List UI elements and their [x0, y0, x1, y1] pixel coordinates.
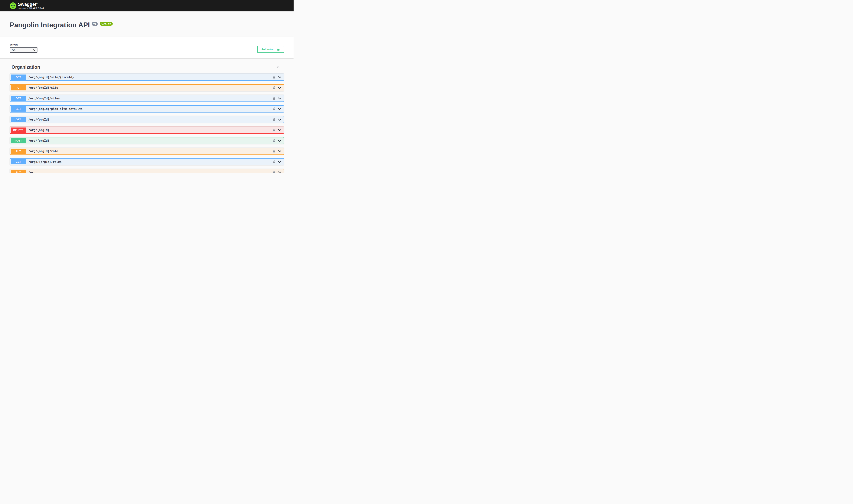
expand-button[interactable]: [278, 150, 282, 152]
unlock-icon: [273, 149, 276, 153]
method-badge: PUT: [11, 85, 26, 90]
authorize-button[interactable]: Authorize: [257, 46, 284, 53]
endpoint-path[interactable]: /org/{orgId}: [29, 139, 50, 143]
endpoint-path[interactable]: /org/{orgId}: [29, 128, 50, 132]
chevron-down-icon: [278, 171, 282, 173]
expand-button[interactable]: [278, 119, 282, 121]
chevron-down-icon: [278, 119, 282, 121]
endpoint-summary[interactable]: GET /org/{orgId}/site/{niceId}: [10, 74, 284, 80]
scheme-container: Servers /v1 Authorize: [0, 37, 294, 58]
endpoint-summary[interactable]: DELETE /org/{orgId}: [10, 127, 284, 133]
method-badge: PUT: [11, 170, 26, 173]
expand-button[interactable]: [278, 97, 282, 100]
unlock-icon: [273, 107, 276, 111]
endpoint-row[interactable]: POST /org/{orgId}: [10, 137, 284, 144]
trademark: ™: [37, 3, 38, 4]
endpoint-row[interactable]: PUT /org: [10, 169, 284, 173]
swagger-logo-link[interactable]: Swagger™ Supported by SMARTBEAR: [10, 2, 45, 10]
api-title-text: Pangolin Integration API: [10, 21, 90, 29]
version-badge: v1: [92, 22, 98, 26]
expand-button[interactable]: [278, 108, 282, 110]
collapse-section-button[interactable]: [276, 66, 280, 69]
endpoint-path[interactable]: /org/{orgId}/role: [29, 149, 58, 153]
endpoint-list: GET /org/{orgId}/site/{niceId} PUT /org: [10, 74, 284, 173]
unlock-icon: [273, 160, 276, 164]
auth-lock-button[interactable]: [273, 86, 276, 90]
method-badge: GET: [11, 117, 26, 122]
unlock-icon: [273, 139, 276, 143]
endpoint-summary[interactable]: GET /orgs/{orgId}/roles: [10, 159, 284, 165]
method-badge: DELETE: [11, 127, 26, 133]
smartbear-label: SMARTBEAR: [29, 7, 45, 10]
page-title: Pangolin Integration API v1 OAS 3.0: [10, 21, 284, 29]
swagger-logo-icon: [10, 2, 16, 9]
supported-by-label: Supported by: [18, 7, 28, 10]
brand-name: Swagger™: [18, 2, 45, 6]
oas-badge: OAS 3.0: [99, 22, 113, 26]
endpoint-summary[interactable]: GET /org/{orgId}: [10, 116, 284, 123]
endpoint-path[interactable]: /org/{orgId}/site: [29, 86, 58, 90]
endpoint-row[interactable]: GET /org/{orgId}/sites: [10, 95, 284, 102]
section-organization-header[interactable]: Organization: [10, 63, 284, 72]
expand-button[interactable]: [278, 76, 282, 78]
auth-lock-button[interactable]: [273, 160, 276, 164]
endpoint-summary[interactable]: POST /org/{orgId}: [10, 138, 284, 144]
endpoint-path[interactable]: /org: [29, 170, 35, 173]
endpoint-summary[interactable]: GET /org/{orgId}/pick-site-defaults: [10, 106, 284, 112]
chevron-down-icon: [278, 87, 282, 89]
servers-label: Servers: [10, 43, 37, 46]
servers-group: Servers /v1: [10, 43, 37, 53]
endpoint-summary[interactable]: PUT /org: [10, 169, 284, 173]
unlock-icon: [273, 86, 276, 90]
endpoint-path[interactable]: /org/{orgId}/site/{niceId}: [29, 75, 74, 79]
endpoint-row[interactable]: GET /org/{orgId}/pick-site-defaults: [10, 105, 284, 112]
expand-button[interactable]: [278, 161, 282, 163]
endpoint-path[interactable]: /org/{orgId}/sites: [29, 96, 60, 100]
unlock-icon: [277, 47, 280, 51]
auth-lock-button[interactable]: [273, 149, 276, 153]
chevron-down-icon: [278, 76, 282, 78]
unlock-icon: [273, 96, 276, 100]
endpoint-row[interactable]: GET /org/{orgId}: [10, 116, 284, 123]
chevron-down-icon: [278, 150, 282, 152]
unlock-icon: [273, 170, 276, 173]
endpoint-path[interactable]: /org/{orgId}/pick-site-defaults: [29, 107, 83, 111]
method-badge: POST: [11, 138, 26, 143]
expand-button[interactable]: [278, 171, 282, 173]
topbar: Swagger™ Supported by SMARTBEAR: [0, 0, 294, 12]
unlock-icon: [273, 128, 276, 132]
method-badge: GET: [11, 96, 26, 101]
endpoint-row[interactable]: PUT /org/{orgId}/site: [10, 84, 284, 91]
auth-lock-button[interactable]: [273, 96, 276, 100]
servers-select[interactable]: /v1: [10, 47, 37, 53]
auth-lock-button[interactable]: [273, 107, 276, 111]
expand-button[interactable]: [278, 87, 282, 89]
chevron-down-icon: [278, 129, 282, 131]
chevron-down-icon: [278, 108, 282, 110]
chevron-down-icon: [278, 161, 282, 163]
auth-lock-button[interactable]: [273, 118, 276, 121]
auth-lock-button[interactable]: [273, 170, 276, 173]
endpoint-path[interactable]: /org/{orgId}: [29, 118, 50, 121]
section-title: Organization: [12, 65, 40, 70]
chevron-down-icon: [278, 140, 282, 142]
method-badge: GET: [11, 159, 26, 164]
endpoint-row[interactable]: GET /org/{orgId}/site/{niceId}: [10, 74, 284, 81]
endpoint-path[interactable]: /orgs/{orgId}/roles: [29, 160, 61, 164]
endpoint-summary[interactable]: GET /org/{orgId}/sites: [10, 95, 284, 102]
expand-button[interactable]: [278, 140, 282, 142]
method-badge: PUT: [11, 149, 26, 154]
endpoint-summary[interactable]: PUT /org/{orgId}/site: [10, 85, 284, 91]
expand-button[interactable]: [278, 129, 282, 131]
method-badge: GET: [11, 106, 26, 112]
endpoint-summary[interactable]: PUT /org/{orgId}/role: [10, 148, 284, 155]
auth-lock-button[interactable]: [273, 128, 276, 132]
endpoint-row[interactable]: PUT /org/{orgId}/role: [10, 148, 284, 155]
authorize-label: Authorize: [261, 48, 274, 51]
auth-lock-button[interactable]: [273, 139, 276, 143]
info-section: Pangolin Integration API v1 OAS 3.0: [0, 12, 294, 37]
endpoint-row[interactable]: GET /orgs/{orgId}/roles: [10, 158, 284, 165]
auth-lock-button[interactable]: [273, 75, 276, 79]
unlock-icon: [273, 118, 276, 121]
endpoint-row[interactable]: DELETE /org/{orgId}: [10, 127, 284, 134]
